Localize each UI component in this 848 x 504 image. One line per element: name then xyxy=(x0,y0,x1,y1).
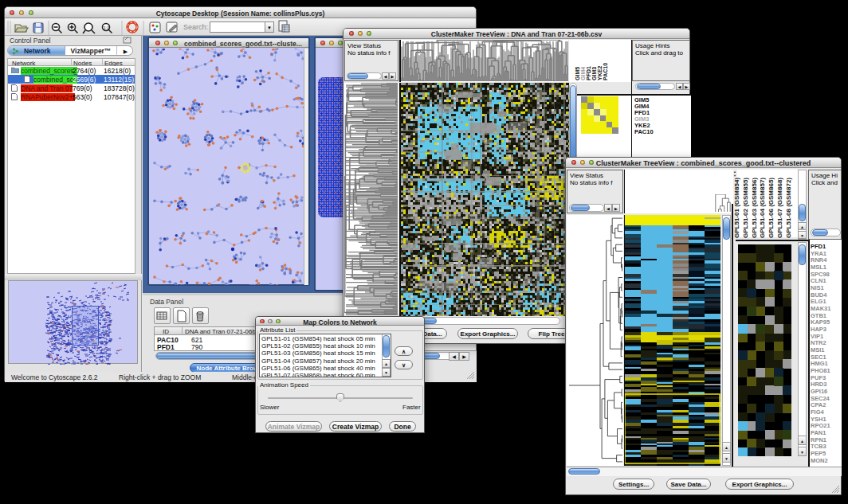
svg-text:1:1: 1:1 xyxy=(104,25,109,30)
